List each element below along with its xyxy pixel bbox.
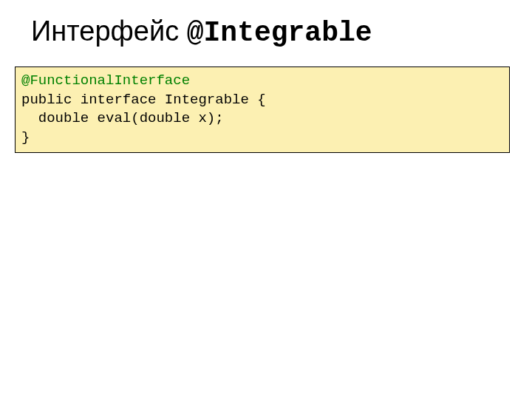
- code-line: }: [21, 129, 30, 146]
- code-block: @FunctionalInterface public interface In…: [15, 66, 510, 153]
- slide: Интерфейс @Integrable @FunctionalInterfa…: [0, 0, 532, 399]
- code-annotation: @FunctionalInterface: [21, 72, 190, 89]
- title-code: @Integrable: [187, 17, 372, 49]
- slide-title: Интерфейс @Integrable: [31, 16, 372, 49]
- title-text: Интерфейс: [31, 16, 187, 47]
- code-line: public interface Integrable {: [21, 92, 266, 108]
- code-line: double eval(double x);: [21, 110, 224, 126]
